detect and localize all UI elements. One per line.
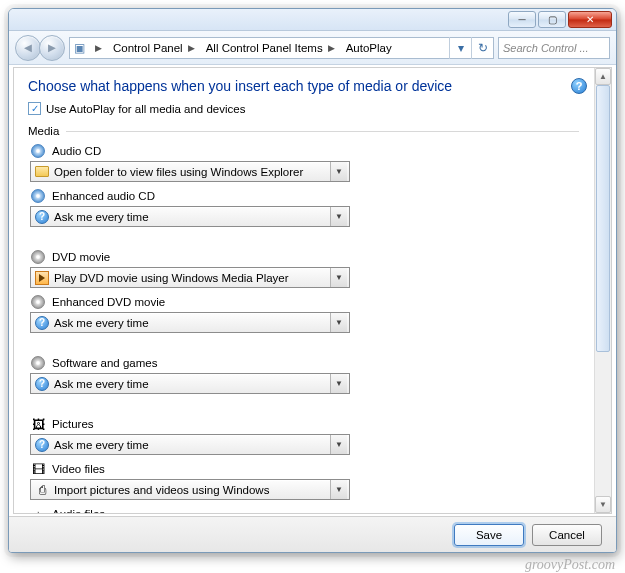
media-group-label: Media bbox=[28, 125, 579, 137]
chevron-down-icon: ▼ bbox=[330, 313, 347, 332]
save-button[interactable]: Save bbox=[454, 524, 524, 546]
import-icon: ⎙ bbox=[34, 482, 50, 498]
audio-cd-icon bbox=[30, 143, 46, 159]
media-label: DVD movie bbox=[52, 251, 110, 263]
folder-icon bbox=[34, 164, 50, 180]
enhanced-dvd-icon bbox=[30, 294, 46, 310]
search-input[interactable]: Search Control ... bbox=[498, 37, 610, 59]
chevron-down-icon: ▼ bbox=[330, 435, 347, 454]
media-label: Enhanced audio CD bbox=[52, 190, 155, 202]
audio-cd-select[interactable]: Open folder to view files using Windows … bbox=[30, 161, 350, 182]
forward-button[interactable]: ► bbox=[39, 35, 65, 61]
use-autoplay-label: Use AutoPlay for all media and devices bbox=[46, 103, 245, 115]
media-label: Audio files bbox=[52, 508, 105, 513]
close-button[interactable]: ✕ bbox=[568, 11, 612, 28]
watermark: groovyPost.com bbox=[525, 557, 615, 573]
footer-bar: Save Cancel bbox=[9, 516, 616, 552]
software-games-icon bbox=[30, 355, 46, 371]
titlebar: ─ ▢ ✕ bbox=[9, 9, 616, 31]
chevron-down-icon: ▼ bbox=[330, 480, 347, 499]
breadcrumb-item[interactable]: All Control Panel Items▶ bbox=[202, 38, 342, 58]
enhanced-audio-cd-select[interactable]: ?Ask me every time▼ bbox=[30, 206, 350, 227]
video-files-select[interactable]: ⎙Import pictures and videos using Window… bbox=[30, 479, 350, 500]
pictures-select[interactable]: ?Ask me every time▼ bbox=[30, 434, 350, 455]
question-icon: ? bbox=[34, 437, 50, 453]
question-icon: ? bbox=[34, 209, 50, 225]
media-label: Software and games bbox=[52, 357, 157, 369]
video-files-icon: 🎞 bbox=[30, 461, 46, 477]
dvd-movie-select[interactable]: Play DVD movie using Windows Media Playe… bbox=[30, 267, 350, 288]
scroll-up-button[interactable]: ▲ bbox=[595, 68, 611, 85]
content-pane: ? Choose what happens when you insert ea… bbox=[13, 67, 612, 514]
maximize-button[interactable]: ▢ bbox=[538, 11, 566, 28]
use-autoplay-checkbox[interactable]: ✓ bbox=[28, 102, 41, 115]
scroll-track[interactable] bbox=[595, 85, 611, 496]
minimize-button[interactable]: ─ bbox=[508, 11, 536, 28]
pictures-icon: 🖼 bbox=[30, 416, 46, 432]
page-title: Choose what happens when you insert each… bbox=[28, 78, 579, 94]
chevron-down-icon: ▼ bbox=[330, 207, 347, 226]
enhanced-audio-cd-icon bbox=[30, 188, 46, 204]
media-label: Pictures bbox=[52, 418, 94, 430]
breadcrumb-chevron[interactable]: ▶ bbox=[88, 38, 109, 58]
breadcrumb-item[interactable]: AutoPlay bbox=[342, 38, 396, 58]
dvd-movie-icon bbox=[30, 249, 46, 265]
refresh-button[interactable]: ↻ bbox=[471, 37, 493, 59]
vertical-scrollbar[interactable]: ▲ ▼ bbox=[594, 68, 611, 513]
scroll-down-button[interactable]: ▼ bbox=[595, 496, 611, 513]
chevron-down-icon: ▼ bbox=[330, 268, 347, 287]
search-placeholder: Search Control ... bbox=[503, 42, 589, 54]
navbar: ◄ ► ▣ ▶ Control Panel▶ All Control Panel… bbox=[9, 31, 616, 65]
chevron-down-icon: ▼ bbox=[330, 374, 347, 393]
play-icon bbox=[34, 270, 50, 286]
cancel-button[interactable]: Cancel bbox=[532, 524, 602, 546]
window-frame: ─ ▢ ✕ ◄ ► ▣ ▶ Control Panel▶ All Control… bbox=[8, 8, 617, 553]
address-bar[interactable]: ▣ ▶ Control Panel▶ All Control Panel Ite… bbox=[69, 37, 494, 59]
media-label: Video files bbox=[52, 463, 105, 475]
enhanced-dvd-select[interactable]: ?Ask me every time▼ bbox=[30, 312, 350, 333]
help-icon[interactable]: ? bbox=[571, 78, 587, 94]
media-label: Audio CD bbox=[52, 145, 101, 157]
back-button[interactable]: ◄ bbox=[15, 35, 41, 61]
software-games-select[interactable]: ?Ask me every time▼ bbox=[30, 373, 350, 394]
question-icon: ? bbox=[34, 315, 50, 331]
question-icon: ? bbox=[34, 376, 50, 392]
history-dropdown-icon[interactable]: ▾ bbox=[449, 37, 471, 59]
breadcrumb-item[interactable]: Control Panel▶ bbox=[109, 38, 202, 58]
location-icon: ▣ bbox=[70, 41, 88, 55]
audio-files-icon: ♪ bbox=[30, 506, 46, 513]
scroll-thumb[interactable] bbox=[596, 85, 610, 352]
media-label: Enhanced DVD movie bbox=[52, 296, 165, 308]
chevron-down-icon: ▼ bbox=[330, 162, 347, 181]
